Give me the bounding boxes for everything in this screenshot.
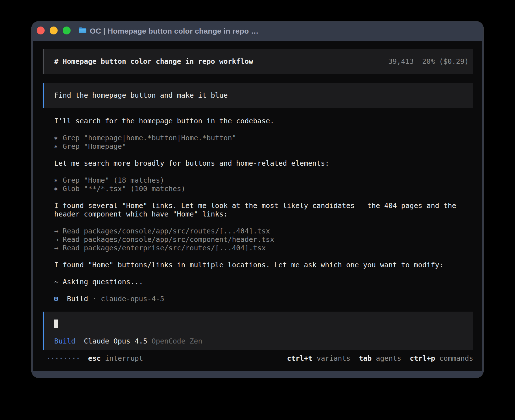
asterisk-icon: ✱	[54, 142, 63, 151]
text-cursor	[54, 320, 58, 328]
status-bar: ········ escinterrupt ctrl+tvariantstaba…	[33, 354, 482, 363]
assistant-text: Let me search more broadly for buttons a…	[54, 159, 329, 168]
window-title: OC | Homepage button color change in rep…	[90, 21, 259, 41]
titlebar: OC | Homepage button color change in rep…	[32, 21, 483, 41]
tool-call-glob: ✱Glob "**/*.tsx" (100 matches)	[54, 185, 186, 193]
shortcut-key: ctrl+t	[287, 354, 312, 362]
agent-status-line: Build·claude-opus-4-5	[67, 295, 164, 303]
tool-call-text: Grep "Homepage"	[63, 142, 126, 150]
tool-call-read: → Read packages/enterprise/src/routes/[.…	[54, 244, 266, 252]
assistant-text: I found several "Home" links. Let me loo…	[54, 202, 456, 210]
asterisk-icon: ✱	[54, 134, 63, 142]
tool-call-text: Glob "**/*.tsx" (100 matches)	[63, 185, 186, 193]
user-message: Find the homepage button and make it blu…	[43, 83, 473, 108]
spinner-dots-icon: ········	[46, 354, 80, 363]
shortcut-hints: ctrl+tvariantstabagentsctrl+pcommands	[287, 354, 473, 363]
shortcut-label: commands	[439, 354, 473, 362]
shortcut-key: ctrl+p	[410, 354, 435, 362]
input-model[interactable]: Claude Opus 4.5	[84, 337, 147, 345]
shortcut-label: variants	[317, 354, 350, 362]
status-asking: ~ Asking questions...	[54, 278, 143, 286]
asterisk-icon: ✱	[54, 185, 63, 193]
session-stats: 39,413 20% ($0.29)	[388, 57, 469, 66]
tool-call-grep: ✱Grep "Home" (18 matches)	[54, 176, 164, 185]
tool-call-text: Grep "Home" (18 matches)	[63, 176, 164, 184]
assistant-text: header component which have "Home" links…	[54, 210, 228, 218]
esc-label: interrupt	[105, 354, 143, 362]
user-message-edge	[43, 83, 44, 108]
shortcut-interrupt: escinterrupt	[88, 354, 143, 363]
zoom-button[interactable]	[63, 27, 71, 34]
session-header: # Homepage button color change in repo w…	[43, 49, 473, 74]
shortcut-label: agents	[376, 354, 401, 362]
user-message-text: Find the homepage button and make it blu…	[54, 91, 228, 100]
prompt-input[interactable]: BuildClaude Opus 4.5OpenCode Zen	[43, 312, 473, 350]
desktop: { "window": { "title": "OC | Homepage bu…	[0, 0, 515, 420]
tool-call-grep: ✱Grep "Homepage"	[54, 142, 126, 151]
agent-build-icon	[54, 297, 58, 301]
dot-separator: ·	[92, 295, 97, 303]
assistant-text: I'll search for the homepage button in t…	[54, 117, 274, 125]
asterisk-icon: ✱	[54, 176, 63, 185]
assistant-text: I found "Home" buttons/links in multiple…	[54, 261, 444, 269]
close-button[interactable]	[37, 27, 45, 34]
tool-call-read: → Read packages/console/app/src/componen…	[54, 235, 274, 244]
folder-icon	[78, 26, 87, 34]
session-title: # Homepage button color change in repo w…	[54, 57, 253, 66]
agent-name: Build	[67, 295, 88, 303]
input-mode[interactable]: Build	[54, 337, 75, 345]
esc-key: esc	[88, 354, 101, 362]
tool-call-text: Grep "homepage|home.*button|Home.*button…	[63, 134, 236, 142]
session-header-edge	[43, 49, 44, 74]
tool-call-grep: ✱Grep "homepage|home.*button|Home.*butto…	[54, 134, 236, 142]
shortcut-key: tab	[359, 354, 372, 362]
prompt-input-edge	[43, 312, 44, 350]
agent-model: claude-opus-4-5	[101, 295, 164, 303]
input-provider: OpenCode Zen	[152, 337, 202, 345]
tool-call-read: → Read packages/console/app/src/routes/[…	[54, 227, 270, 235]
minimize-button[interactable]	[50, 27, 58, 34]
input-footer: BuildClaude Opus 4.5OpenCode Zen	[54, 337, 202, 345]
